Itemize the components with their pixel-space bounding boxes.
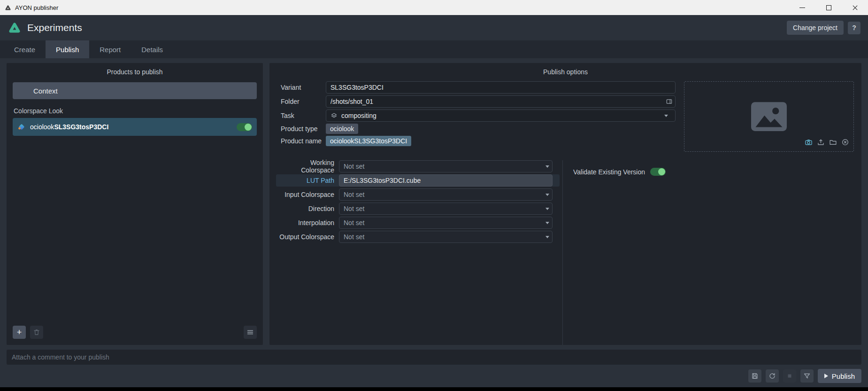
- variant-row: Variant: [281, 81, 676, 94]
- desktop-edge-strip: [0, 387, 868, 391]
- footer-actions: Publish: [0, 365, 868, 387]
- close-button[interactable]: [842, 0, 868, 15]
- help-button[interactable]: ?: [848, 22, 860, 34]
- remove-product-button[interactable]: [30, 326, 43, 339]
- interpolation-value: Not set: [344, 219, 364, 227]
- maximize-icon: [826, 5, 831, 10]
- validate-existing-row: Validate Existing Version: [573, 168, 861, 176]
- publish-options-top: Variant Folder: [269, 78, 861, 152]
- tab-bar: Create Publish Report Details: [0, 40, 868, 58]
- publish-button[interactable]: Publish: [818, 369, 861, 383]
- tab-publish[interactable]: Publish: [46, 40, 89, 58]
- working-colorspace-select[interactable]: Not set: [339, 160, 553, 172]
- lut-path-input[interactable]: [344, 175, 552, 186]
- comment-input[interactable]: [12, 353, 856, 361]
- variant-label: Variant: [281, 84, 326, 91]
- product-type-label: Product type: [281, 125, 326, 133]
- screengrab-button[interactable]: [805, 138, 813, 148]
- direction-select[interactable]: Not set: [339, 203, 553, 215]
- tab-create[interactable]: Create: [4, 40, 46, 58]
- tab-details[interactable]: Details: [131, 40, 173, 58]
- product-type-tag: ociolook: [326, 124, 358, 134]
- os-titlebar[interactable]: AYON publisher: [0, 0, 868, 15]
- working-colorspace-label: Working Colorspace: [276, 159, 339, 174]
- input-colorspace-label: Input Colorspace: [276, 191, 339, 198]
- browse-thumbnail-button[interactable]: [829, 138, 837, 148]
- ociolook-product-icon: [17, 123, 26, 131]
- dropdown-caret: [543, 231, 552, 242]
- folder-field: [326, 95, 676, 108]
- clear-thumbnail-button[interactable]: [841, 138, 849, 148]
- task-select[interactable]: compositing: [326, 109, 676, 122]
- direction-row: Direction Not set: [276, 203, 560, 215]
- maximize-button[interactable]: [815, 0, 842, 15]
- interpolation-select[interactable]: Not set: [339, 217, 553, 229]
- upload-thumbnail-button[interactable]: [817, 138, 825, 148]
- output-colorspace-value: Not set: [344, 233, 364, 241]
- publish-form: Variant Folder: [281, 81, 676, 152]
- thumbnail-dropzone[interactable]: [684, 81, 854, 152]
- filter-funnel-icon: [803, 372, 811, 380]
- publish-options-bottom: Working Colorspace Not set LUT Path: [269, 160, 861, 345]
- direction-value: Not set: [344, 205, 364, 212]
- validate-existing-label: Validate Existing Version: [573, 168, 645, 176]
- product-group-label: Colorspace Look: [14, 107, 263, 115]
- hamburger-menu-icon: [246, 328, 254, 336]
- product-enabled-toggle[interactable]: [237, 123, 252, 131]
- folder-row: Folder: [281, 95, 676, 108]
- output-colorspace-label: Output Colorspace: [276, 233, 339, 241]
- folder-input[interactable]: [330, 96, 671, 107]
- direction-label: Direction: [276, 205, 339, 212]
- page-title: Experiments: [27, 22, 82, 33]
- refresh-icon: [768, 372, 776, 380]
- input-colorspace-select[interactable]: Not set: [339, 188, 553, 201]
- reset-button[interactable]: [766, 369, 779, 383]
- toggle-knob: [658, 168, 665, 175]
- stop-button[interactable]: [783, 369, 796, 383]
- folder-label: Folder: [281, 98, 326, 105]
- change-project-button[interactable]: Change project: [787, 21, 844, 35]
- task-caret: [661, 110, 671, 121]
- app-window: AYON publisher Experiments Change projec…: [0, 0, 868, 391]
- chevron-down-icon: [664, 115, 668, 117]
- save-button[interactable]: [748, 369, 761, 383]
- products-panel-footer: +: [7, 321, 263, 345]
- output-colorspace-select[interactable]: Not set: [339, 231, 553, 243]
- variant-input[interactable]: [330, 82, 671, 93]
- output-colorspace-row: Output Colorspace Not set: [276, 231, 560, 243]
- context-item[interactable]: Context: [13, 82, 257, 99]
- product-name-tag: ociolookSL3SG3tosP3DCI: [326, 136, 411, 146]
- minimize-icon: [799, 8, 805, 8]
- filter-button[interactable]: [800, 369, 814, 383]
- stop-square-icon: [786, 372, 793, 380]
- input-colorspace-row: Input Colorspace Not set: [276, 188, 560, 201]
- product-list-item[interactable]: ociolookSL3SG3tosP3DCI: [13, 118, 257, 136]
- interpolation-label: Interpolation: [276, 219, 339, 227]
- tab-report[interactable]: Report: [89, 40, 131, 58]
- image-placeholder-icon: [751, 102, 787, 131]
- minimize-button[interactable]: [789, 0, 815, 15]
- thumbnail-actions: [805, 138, 849, 148]
- folder-browse-button[interactable]: [666, 98, 673, 105]
- window-title: AYON publisher: [15, 4, 58, 11]
- products-panel: Products to publish Context Colorspace L…: [7, 63, 263, 345]
- add-product-button[interactable]: +: [13, 326, 26, 339]
- publish-options-panel: Publish options Variant Folder: [269, 63, 861, 345]
- task-label: Task: [281, 112, 326, 119]
- lut-path-row: LUT Path: [276, 174, 560, 187]
- window-controls: [789, 0, 868, 15]
- product-name-label: Product name: [281, 137, 326, 145]
- validate-existing-toggle[interactable]: [650, 168, 666, 176]
- product-item-label: ociolookSL3SG3tosP3DCI: [30, 123, 108, 131]
- task-type-icon: [330, 112, 338, 119]
- attributes-column: Working Colorspace Not set LUT Path: [269, 160, 562, 345]
- comment-bar: [7, 350, 861, 365]
- publish-button-label: Publish: [832, 372, 855, 380]
- product-list-menu-button[interactable]: [244, 326, 257, 339]
- lut-path-label: LUT Path: [276, 177, 339, 184]
- working-colorspace-row: Working Colorspace Not set: [276, 160, 560, 172]
- chevron-down-icon: [545, 236, 549, 238]
- close-icon: [852, 5, 858, 11]
- dropdown-caret: [543, 203, 552, 214]
- chevron-down-icon: [545, 222, 549, 224]
